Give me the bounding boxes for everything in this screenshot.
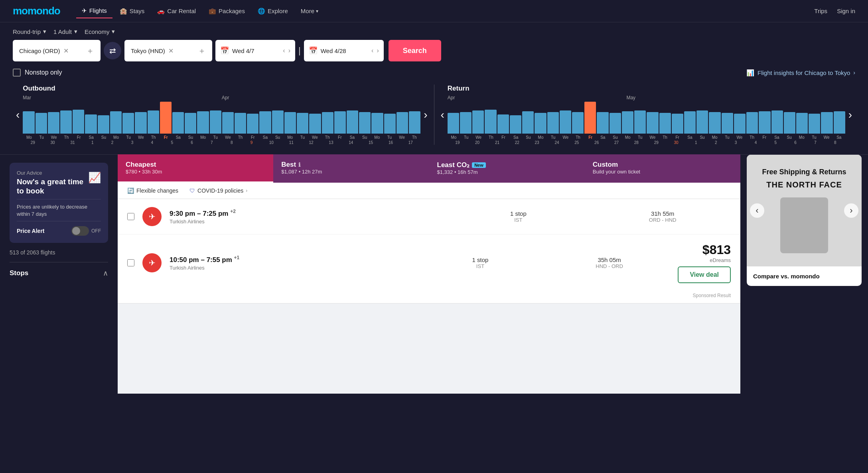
return-bar-28[interactable]	[796, 113, 808, 134]
nav-item-flights[interactable]: ✈ Flights	[76, 4, 112, 18]
return-bar-14[interactable]	[622, 111, 633, 134]
outbound-bar-26[interactable]	[347, 110, 358, 134]
outbound-bar-8[interactable]	[122, 113, 134, 134]
return-bar-21[interactable]	[709, 112, 720, 134]
stops-collapse-icon[interactable]: ∧	[103, 269, 108, 278]
return-bar-20[interactable]	[696, 110, 708, 134]
outbound-bar-15[interactable]	[210, 110, 221, 134]
outbound-bar-16[interactable]	[222, 112, 234, 134]
cabin-select[interactable]: Economy ▾	[85, 28, 115, 35]
return-bar-16[interactable]	[647, 112, 658, 134]
outbound-bar-9[interactable]	[135, 112, 146, 134]
nonstop-checkbox[interactable]	[13, 69, 21, 77]
date-return-field[interactable]: 📅 Wed 4/28 ‹ ›	[304, 40, 384, 61]
outbound-bar-11[interactable]	[160, 102, 172, 134]
price-alert-toggle[interactable]: OFF	[71, 226, 101, 236]
return-bar-15[interactable]	[634, 110, 646, 134]
origin-clear-icon[interactable]: ✕	[63, 47, 69, 55]
passengers-select[interactable]: 1 Adult ▾	[53, 28, 77, 35]
return-bar-6[interactable]	[522, 111, 534, 134]
date-out-prev-icon[interactable]: ‹	[283, 47, 285, 54]
return-bar-18[interactable]	[672, 114, 683, 134]
return-bar-17[interactable]	[659, 113, 671, 134]
date-return-next-icon[interactable]: ›	[377, 47, 379, 54]
flight-1-checkbox[interactable]	[127, 213, 134, 220]
outbound-bar-31[interactable]	[409, 111, 420, 134]
tab-best[interactable]: Best ℹ $1,087 • 12h 27m	[273, 154, 429, 183]
nav-item-car-rental[interactable]: 🚗 Car Rental	[152, 4, 201, 18]
outbound-bar-30[interactable]	[397, 112, 408, 134]
destination-add-icon[interactable]: ＋	[198, 45, 206, 56]
flexible-changes[interactable]: 🔄 Flexible changes	[127, 187, 178, 194]
covid-policies[interactable]: 🛡 COVID-19 policies ›	[189, 187, 247, 194]
outbound-bar-1[interactable]	[36, 113, 47, 134]
outbound-bar-23[interactable]	[309, 114, 321, 134]
outbound-next-arrow[interactable]: ›	[420, 108, 430, 121]
outbound-bar-7[interactable]	[110, 111, 122, 134]
outbound-bar-13[interactable]	[185, 113, 196, 134]
outbound-bar-28[interactable]	[371, 113, 383, 134]
view-deal-button[interactable]: View deal	[678, 266, 731, 283]
return-bar-3[interactable]	[485, 110, 496, 134]
outbound-bar-20[interactable]	[272, 110, 284, 134]
tab-cheapest[interactable]: Cheapest $780 • 33h 30m	[118, 154, 273, 183]
return-bar-30[interactable]	[821, 112, 832, 134]
flight-2-checkbox[interactable]	[127, 259, 134, 266]
outbound-bar-2[interactable]	[48, 112, 59, 134]
return-bar-7[interactable]	[535, 113, 546, 134]
nav-item-stays[interactable]: 🏨 Stays	[114, 4, 150, 18]
outbound-bar-24[interactable]	[322, 112, 333, 134]
destination-clear-icon[interactable]: ✕	[168, 47, 174, 55]
return-bar-23[interactable]	[734, 114, 746, 134]
outbound-bar-19[interactable]	[259, 111, 271, 134]
outbound-bar-10[interactable]	[148, 110, 159, 134]
outbound-bar-3[interactable]	[60, 110, 72, 134]
flight-insights-link[interactable]: 📊 Flight insights for Chicago to Tokyo ›	[746, 69, 855, 77]
return-bar-26[interactable]	[771, 110, 783, 134]
sign-in-link[interactable]: Sign in	[837, 8, 855, 14]
outbound-bar-27[interactable]	[359, 112, 371, 134]
return-bar-9[interactable]	[560, 110, 571, 134]
origin-add-icon[interactable]: ＋	[86, 45, 94, 56]
outbound-bar-0[interactable]	[23, 111, 34, 134]
return-bar-0[interactable]	[448, 113, 459, 134]
trip-type-select[interactable]: Round-trip ▾	[13, 28, 46, 35]
date-return-prev-icon[interactable]: ‹	[371, 47, 373, 54]
return-bar-24[interactable]	[746, 112, 758, 134]
trips-link[interactable]: Trips	[814, 8, 827, 14]
return-bar-29[interactable]	[809, 114, 820, 134]
nav-item-explore[interactable]: 🌐 Explore	[252, 4, 294, 18]
outbound-bar-4[interactable]	[73, 110, 84, 134]
return-bar-8[interactable]	[547, 112, 559, 134]
outbound-bar-18[interactable]	[247, 114, 258, 134]
outbound-bar-6[interactable]	[98, 115, 109, 134]
ad-next-button[interactable]: ›	[844, 203, 858, 218]
outbound-bars[interactable]	[23, 102, 420, 134]
nav-item-packages[interactable]: 💼 Packages	[203, 4, 251, 18]
swap-button[interactable]: ⇄	[104, 42, 121, 59]
origin-field[interactable]: Chicago (ORD) ✕ ＋	[13, 40, 101, 61]
logo[interactable]: momondo	[13, 5, 60, 17]
outbound-bar-29[interactable]	[384, 114, 396, 134]
outbound-bar-12[interactable]	[172, 112, 184, 134]
toggle-switch[interactable]	[71, 226, 89, 236]
return-bar-13[interactable]	[610, 113, 621, 134]
return-bars[interactable]	[448, 102, 845, 134]
tab-least-co2[interactable]: Least CO₂ New $1,332 • 16h 57m	[429, 154, 585, 183]
outbound-bar-17[interactable]	[235, 113, 246, 134]
date-out-field[interactable]: 📅 Wed 4/7 ‹ ›	[215, 40, 295, 61]
return-next-arrow[interactable]: ›	[845, 108, 855, 121]
return-bar-19[interactable]	[684, 111, 696, 134]
return-bar-1[interactable]	[460, 112, 471, 134]
return-bar-11[interactable]	[584, 102, 596, 134]
tab-custom[interactable]: Custom Build your own ticket	[585, 154, 740, 183]
date-out-next-icon[interactable]: ›	[288, 47, 290, 54]
return-bar-27[interactable]	[784, 112, 795, 134]
outbound-bar-14[interactable]	[197, 111, 209, 134]
return-bar-4[interactable]	[497, 114, 509, 134]
return-prev-arrow[interactable]: ‹	[438, 108, 448, 121]
return-bar-12[interactable]	[597, 112, 608, 134]
nav-item-more[interactable]: More ▾	[295, 4, 324, 18]
outbound-bar-22[interactable]	[297, 113, 308, 134]
return-bar-2[interactable]	[472, 110, 484, 134]
